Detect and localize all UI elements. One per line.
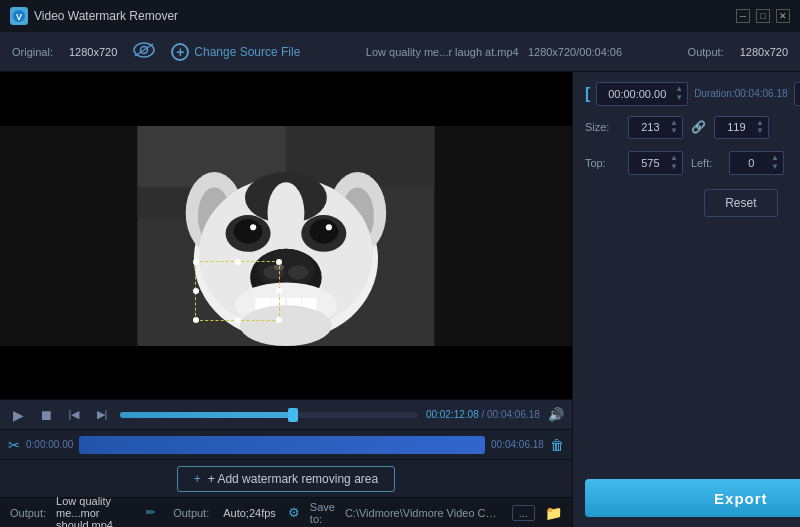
output-text-label: Output: (10, 507, 46, 519)
play-button[interactable]: ▶ (8, 407, 28, 423)
link-dimensions-icon[interactable]: 🔗 (691, 120, 706, 134)
height-down[interactable]: ▼ (756, 127, 764, 136)
svg-point-21 (326, 224, 332, 230)
title-bar: V Video Watermark Remover ─ □ ✕ (0, 0, 800, 32)
save-to-label: Save to: (310, 501, 335, 525)
video-content (0, 126, 572, 346)
reset-button[interactable]: Reset (704, 189, 777, 217)
output-resolution: 1280x720 (740, 46, 788, 58)
mid-left[interactable] (193, 288, 199, 294)
export-section: Export (585, 430, 800, 517)
top-label: Top: (585, 157, 620, 169)
height-input[interactable]: 119 ▲ ▼ (714, 116, 769, 140)
eye-icon[interactable] (133, 42, 155, 62)
duration-label: Duration:00:04:06.18 (694, 88, 787, 99)
time-display: 00:02:12.08 / 00:04:06.18 (426, 409, 540, 420)
folder-icon[interactable]: 📁 (545, 505, 562, 521)
left-panel: ▶ ⏹ |◀ ▶| 00:02:12.08 / 00:04:06.18 🔊 ✂ … (0, 72, 572, 527)
left-input[interactable]: 0 ▲ ▼ (729, 151, 784, 175)
top-row: Top: 575 ▲ ▼ Left: 0 ▲ ▼ (585, 149, 800, 177)
start-time-input[interactable]: 00:00:00.00 ▲ ▼ (596, 82, 688, 106)
progress-bar[interactable] (120, 412, 418, 418)
corner-tr[interactable] (276, 259, 282, 265)
add-source-button[interactable]: + Change Source File (171, 43, 300, 61)
save-path: C:\Vidmore\Vidmore Video Converter\Video… (345, 507, 502, 519)
close-button[interactable]: ✕ (776, 9, 790, 23)
video-frame (0, 126, 572, 346)
video-preview (0, 72, 572, 399)
svg-point-19 (309, 219, 338, 244)
toolbar: Original: 1280x720 + Change Source File … (0, 32, 800, 72)
minimize-button[interactable]: ─ (736, 9, 750, 23)
output-label: Output: (688, 46, 724, 58)
timeline-start: 0:00:00.00 (26, 439, 73, 450)
progress-thumb[interactable] (288, 408, 298, 422)
left-label: Left: (691, 157, 721, 169)
original-label: Original: (12, 46, 53, 58)
add-watermark-label: + Add watermark removing area (208, 472, 378, 486)
corner-bl[interactable] (193, 317, 199, 323)
width-input[interactable]: 213 ▲ ▼ (628, 116, 683, 140)
mid-right[interactable] (276, 288, 282, 294)
prev-frame-button[interactable]: |◀ (64, 408, 84, 421)
bottom-bar: Output: Low quality me...mor should.mp4 … (0, 497, 572, 527)
more-button[interactable]: ... (512, 505, 535, 521)
svg-point-34 (268, 182, 305, 243)
mid-bottom[interactable] (235, 317, 241, 323)
left-bracket: [ (585, 85, 590, 103)
timeline-bar[interactable] (79, 436, 485, 454)
plus-circle-icon: + (171, 43, 189, 61)
add-source-label: Change Source File (194, 45, 300, 59)
playback-controls: ▶ ⏹ |◀ ▶| 00:02:12.08 / 00:04:06.18 🔊 (0, 399, 572, 429)
maximize-button[interactable]: □ (756, 9, 770, 23)
top-down[interactable]: ▼ (670, 163, 678, 172)
window-controls[interactable]: ─ □ ✕ (736, 9, 790, 23)
add-watermark-row: + + Add watermark removing area (0, 459, 572, 497)
start-time-down[interactable]: ▼ (675, 94, 683, 103)
top-value: 575 (633, 157, 668, 169)
edit-output-icon[interactable]: ✏ (146, 506, 155, 519)
left-value: 0 (734, 157, 769, 169)
timeline-end-label: 00:04:06.18 (491, 439, 544, 450)
add-watermark-button[interactable]: + + Add watermark removing area (177, 466, 395, 492)
left-spin[interactable]: ▲ ▼ (771, 154, 779, 172)
height-value: 119 (719, 121, 754, 133)
height-spin[interactable]: ▲ ▼ (756, 119, 764, 137)
stop-button[interactable]: ⏹ (36, 407, 56, 423)
scissors-icon[interactable]: ✂ (8, 437, 20, 453)
corner-tl[interactable] (193, 259, 199, 265)
top-spin[interactable]: ▲ ▼ (670, 154, 678, 172)
title-text: Video Watermark Remover (34, 9, 178, 23)
output-quality: Auto;24fps (223, 507, 276, 519)
timeline-strip: ✂ 0:00:00.00 00:04:06.18 🗑 (0, 429, 572, 459)
title-left: V Video Watermark Remover (10, 7, 178, 25)
right-panel: [ 00:00:00.00 ▲ ▼ Duration:00:04:06.18 0… (572, 72, 800, 527)
volume-icon[interactable]: 🔊 (548, 407, 564, 422)
corner-br[interactable] (276, 317, 282, 323)
export-button[interactable]: Export (585, 479, 800, 517)
width-spin[interactable]: ▲ ▼ (670, 119, 678, 137)
timeline-progress (79, 436, 485, 454)
selection-box[interactable] (195, 261, 280, 321)
start-time-spin[interactable]: ▲ ▼ (675, 85, 683, 103)
app-icon: V (10, 7, 28, 25)
original-resolution: 1280x720 (69, 46, 117, 58)
file-info: Low quality me...r laugh at.mp4 1280x720… (316, 46, 671, 58)
mid-top[interactable] (235, 259, 241, 265)
width-down[interactable]: ▼ (670, 127, 678, 136)
trash-icon[interactable]: 🗑 (550, 437, 564, 453)
left-down[interactable]: ▼ (771, 163, 779, 172)
end-time-input[interactable]: 00:04:06.18 ▲ ▼ (794, 82, 800, 106)
size-label: Size: (585, 121, 620, 133)
top-input[interactable]: 575 ▲ ▼ (628, 151, 683, 175)
gear-icon[interactable]: ⚙ (288, 505, 300, 520)
output-filename: Low quality me...mor should.mp4 (56, 495, 136, 528)
progress-fill (120, 412, 293, 418)
time-range-row: [ 00:00:00.00 ▲ ▼ Duration:00:04:06.18 0… (585, 82, 800, 106)
svg-point-18 (234, 219, 263, 244)
svg-point-25 (288, 265, 308, 279)
add-watermark-plus-icon: + (194, 472, 201, 486)
start-time-value: 00:00:00.00 (601, 88, 673, 100)
next-frame-button[interactable]: ▶| (92, 408, 112, 421)
svg-text:V: V (16, 12, 22, 22)
